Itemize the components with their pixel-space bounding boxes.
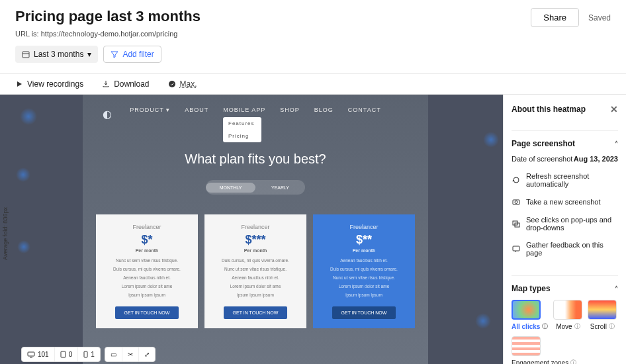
device-mobile[interactable]: 1 — [78, 347, 100, 361]
nav-product[interactable]: PRODUCT ▾ — [130, 107, 170, 113]
view-recordings-button[interactable]: View recordings — [15, 79, 83, 89]
take-screenshot-action[interactable]: Take a new screenshot — [512, 197, 618, 206]
see-clicks-action[interactable]: See clicks on pop-ups and drop-downs — [512, 216, 618, 232]
popup-icon — [512, 219, 521, 228]
page-title: Pricing page last 3 months — [15, 8, 201, 25]
saved-status: Saved — [588, 13, 611, 23]
tablet-icon — [60, 351, 66, 358]
viewer-tools[interactable]: ▭ ✂ ⤢ — [105, 347, 156, 362]
svg-rect-5 — [61, 351, 66, 357]
device-desktop[interactable]: 101 — [22, 347, 55, 361]
gather-feedback-action[interactable]: Gather feedback on this page — [512, 241, 618, 257]
maptype-engagement[interactable]: Engagement zonesⓘ — [512, 336, 576, 364]
plan-card-2[interactable]: Freelancer $*** Per month Duis cursus, m… — [204, 214, 306, 328]
chevron-down-icon: ▾ — [87, 50, 91, 59]
heatmap-viewer[interactable]: Average fold: 836px ◐ PRODUCT ▾ — [0, 95, 503, 364]
screenshot-header[interactable]: Page screenshot ˄ — [512, 139, 618, 148]
svg-rect-11 — [513, 246, 519, 251]
refresh-icon — [512, 175, 521, 185]
move-icon — [553, 300, 582, 320]
play-icon — [15, 80, 23, 88]
calendar-icon — [22, 50, 30, 58]
nav-mobile[interactable]: MOBILE APP — [223, 107, 265, 113]
expand-tool[interactable]: ⤢ — [139, 347, 155, 361]
svg-rect-3 — [28, 352, 34, 356]
share-button[interactable]: Share — [531, 8, 579, 27]
maptype-scroll[interactable]: Scrollⓘ — [588, 300, 617, 331]
about-header: About this heatmap ✕ — [512, 104, 618, 114]
close-icon[interactable]: ✕ — [610, 104, 618, 114]
maptype-move[interactable]: Moveⓘ — [553, 300, 582, 331]
plan-card-1[interactable]: Freelancer $* Per month Nunc ut sem vita… — [96, 214, 198, 328]
filter-icon — [111, 50, 118, 58]
plan-cta-2[interactable]: GET IN TOUCH NOW — [224, 306, 288, 319]
scroll-icon — [588, 300, 617, 320]
crop-tool[interactable]: ✂ — [122, 347, 139, 361]
svg-point-8 — [515, 201, 517, 204]
svg-rect-0 — [22, 52, 29, 58]
maptypes-header[interactable]: Map types ˄ — [512, 284, 618, 293]
camera-icon — [512, 197, 521, 206]
maptype-all-clicks[interactable]: All clicksⓘ — [512, 300, 548, 331]
crop-icon: ✂ — [128, 351, 133, 358]
info-icon: ⓘ — [542, 322, 548, 331]
date-label: Date of screenshot — [512, 155, 572, 163]
svg-point-2 — [169, 81, 175, 87]
chevron-up-icon: ˄ — [615, 140, 618, 148]
date-range-chip[interactable]: Last 3 months ▾ — [15, 46, 98, 63]
engagement-icon — [512, 336, 541, 356]
plan-card-3[interactable]: Freelancer $** Per month Aenean faucibus… — [313, 214, 415, 328]
avg-fold-label: Average fold: 836px — [2, 207, 9, 260]
info-icon: ⓘ — [570, 359, 576, 364]
desktop-icon — [27, 351, 35, 358]
info-icon: ⓘ — [574, 322, 580, 331]
add-filter-button[interactable]: Add filter — [103, 46, 161, 63]
feedback-icon — [512, 244, 521, 253]
plan-cta-3[interactable]: GET IN TOUCH NOW — [332, 306, 396, 319]
download-button[interactable]: Download — [102, 79, 149, 89]
all-clicks-icon — [512, 300, 541, 320]
hero-heading: What plan fits you best? — [83, 152, 428, 167]
download-icon — [102, 80, 110, 88]
chevron-up-icon: ˄ — [615, 285, 618, 293]
svg-rect-6 — [84, 351, 87, 357]
nav-shop[interactable]: SHOP — [280, 107, 300, 113]
highlight-icon: ▭ — [111, 351, 116, 358]
page-preview: ◐ PRODUCT ▾ ABOUT MOBILE APP SHOP BLOG C… — [83, 95, 428, 364]
check-circle-icon — [168, 80, 176, 88]
device-tablet[interactable]: 0 — [55, 347, 79, 361]
refresh-action[interactable]: Refresh screenshot automatically — [512, 172, 618, 188]
device-switcher[interactable]: 101 0 1 — [21, 347, 101, 362]
plan-cta-1[interactable]: GET IN TOUCH NOW — [115, 306, 179, 319]
nav-blog[interactable]: BLOG — [314, 107, 334, 113]
expand-icon: ⤢ — [144, 351, 150, 358]
max-toggle[interactable]: Max. — [168, 79, 197, 89]
mobile-icon — [83, 351, 88, 358]
date-value: Aug 13, 2023 — [574, 155, 618, 163]
nav-contact[interactable]: CONTACT — [348, 107, 381, 113]
info-icon: ⓘ — [609, 322, 615, 331]
nav-about[interactable]: ABOUT — [185, 107, 208, 113]
nav-dropdown[interactable]: Features Pricing — [223, 117, 261, 142]
billing-toggle[interactable]: MONTHLY YEARLY — [206, 180, 305, 195]
highlight-tool[interactable]: ▭ — [105, 347, 122, 361]
url-row: URL is: https://technology-demo.hotjar.c… — [15, 30, 611, 38]
